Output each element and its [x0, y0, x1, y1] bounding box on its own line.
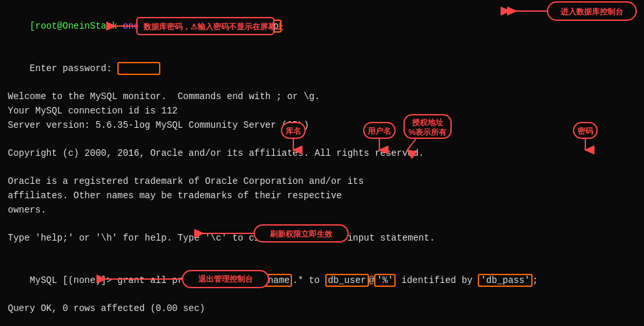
prompt-user: oneinstack [123, 21, 177, 31]
terminal-line-2: Enter password: [8, 48, 636, 90]
terminal-line-5: Server version: 5.6.35-log MySQL Communi… [8, 119, 636, 133]
mysql-prompt-grant: MySQL [(none)]> [30, 275, 117, 286]
terminal-line-7: Copyright (c) 2000, 2016, Oracle and/or … [8, 147, 636, 161]
prompt-hash: ]# [177, 21, 194, 31]
password-input-box [117, 62, 160, 75]
terminal-line-12 [8, 217, 636, 231]
grant-cmd-mid: .* to [292, 275, 325, 286]
terminal-line-13: Type 'help;' or '\h' for help. Type '\c'… [8, 231, 636, 246]
grant-identified: identified by [396, 275, 478, 286]
db-host-highlight: '%' [374, 274, 396, 287]
prompt-root: [root@OneinStack [30, 21, 123, 31]
db-name-highlight: db_name [249, 274, 293, 287]
terminal-line-11: owners. [8, 203, 636, 218]
grant-cmd-prefix: grant all privileges on [117, 275, 249, 286]
terminal-line-9: Oracle is a registered trademark of Orac… [8, 175, 636, 189]
terminal-line-10: affiliates. Other names may be trademark… [8, 189, 636, 203]
terminal-window: [root@OneinStack oneinstack]# mysql -uro… [0, 0, 644, 326]
terminal-line-1: [root@OneinStack oneinstack]# mysql -uro… [8, 5, 636, 48]
terminal-line-16: Query OK, 0 rows affected (0.00 sec) [8, 302, 636, 316]
terminal-line-8 [8, 161, 636, 175]
terminal-line-3: Welcome to the MySQL monitor. Commands e… [8, 90, 636, 104]
terminal-line-6 [8, 132, 636, 147]
mysql-command: mysql -uroot -p [194, 20, 282, 33]
enter-password-text: Enter password: [30, 63, 117, 74]
terminal-line-14 [8, 246, 636, 260]
terminal-line-17 [8, 316, 636, 326]
terminal-line-4: Your MySQL connection id is 112 [8, 104, 636, 119]
db-pass-highlight: 'db_pass' [478, 274, 533, 287]
db-user-highlight: db_user [325, 274, 369, 287]
terminal-line-15: MySQL [(none)]> grant all privileges on … [8, 259, 636, 302]
grant-at: @ [369, 275, 374, 286]
grant-semicolon: ; [533, 275, 538, 286]
